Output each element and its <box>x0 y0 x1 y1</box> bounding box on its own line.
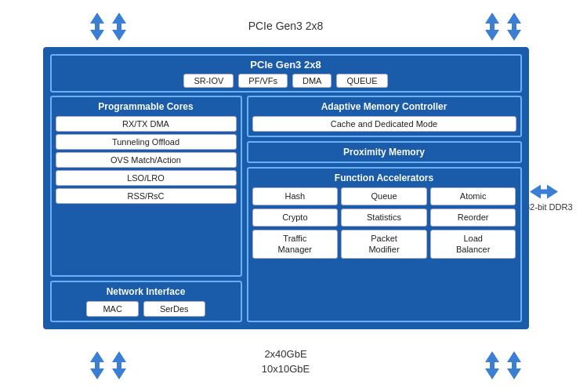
up-down-arrow-2 <box>112 13 126 41</box>
down-up-arrow-3 <box>485 351 499 379</box>
programmable-cores-title: Programmable Cores <box>56 101 237 112</box>
prog-item-2: OVS Match/Action <box>56 152 237 168</box>
up-down-arrow-4 <box>507 13 521 41</box>
svg-marker-19 <box>90 351 104 362</box>
network-interface-box: Network Interface MAC SerDes <box>50 281 242 322</box>
down-up-arrow-4 <box>507 351 521 379</box>
prog-item-3: LSO/LRO <box>56 170 237 186</box>
arrows-bottom-right <box>485 351 521 379</box>
func-atomic: Atomic <box>430 187 516 205</box>
net-items: MAC SerDes <box>56 301 237 317</box>
pcie-top-label: PCIe Gen3 2x8 <box>248 19 324 33</box>
svg-marker-10 <box>485 30 499 41</box>
func-load-balancer: Load Balancer <box>430 230 516 258</box>
up-down-arrow-1 <box>90 13 104 41</box>
function-accelerators-title: Function Accelerators <box>252 172 516 183</box>
svg-rect-11 <box>490 22 495 31</box>
svg-marker-28 <box>507 351 521 362</box>
pcie-pfvfs: PF/VFs <box>238 74 288 88</box>
function-accelerators-box: Function Accelerators Hash Queue Atomic … <box>247 167 522 322</box>
net-serdes: SerDes <box>143 301 205 317</box>
func-crypto: Crypto <box>252 209 339 227</box>
down-up-arrow-2 <box>112 351 126 379</box>
svg-marker-8 <box>485 13 499 24</box>
programmable-cores-box: Programmable Cores RX/TX DMA Tunneling O… <box>50 96 242 277</box>
right-panel: Adaptive Memory Controller Cache and Ded… <box>247 96 522 322</box>
left-right-arrow <box>530 184 558 198</box>
svg-marker-25 <box>485 351 499 362</box>
func-statistics: Statistics <box>341 209 427 227</box>
pcie-items: SR-IOV PF/VFs DMA QUEUE <box>56 74 516 88</box>
pcie-sriov: SR-IOV <box>183 74 234 88</box>
svg-marker-22 <box>112 351 126 362</box>
amc-cache-item: Cache and Dedicated Mode <box>252 116 516 132</box>
network-interface-title: Network Interface <box>56 286 237 297</box>
svg-marker-24 <box>112 368 126 379</box>
prog-item-0: RX/TX DMA <box>56 116 237 132</box>
func-reorder: Reorder <box>430 209 516 227</box>
amc-title: Adaptive Memory Controller <box>252 101 516 112</box>
pcie-dma: DMA <box>292 74 332 88</box>
svg-marker-6 <box>112 30 126 41</box>
proximity-memory-box: Proximity Memory <box>247 141 522 163</box>
prog-item-1: Tunneling Offload <box>56 134 237 150</box>
svg-marker-4 <box>112 13 126 24</box>
svg-marker-16 <box>530 184 541 198</box>
svg-marker-30 <box>507 368 521 379</box>
svg-rect-3 <box>95 22 100 31</box>
pcie-bar: PCIe Gen3 2x8 SR-IOV PF/VFs DMA QUEUE <box>50 54 522 93</box>
main-box: PCIe Gen3 2x8 SR-IOV PF/VFs DMA QUEUE Pr… <box>43 47 529 329</box>
bottom-arrows-row: 2x40GbE 10x10GbE <box>43 351 529 379</box>
arrows-top-right <box>485 13 521 41</box>
func-hash: Hash <box>252 187 339 205</box>
arrows-top-left <box>90 13 126 41</box>
svg-marker-27 <box>485 368 499 379</box>
svg-marker-21 <box>90 368 104 379</box>
arrows-bottom-left <box>90 351 126 379</box>
svg-rect-15 <box>512 22 516 31</box>
func-traffic-manager: Traffic Manager <box>252 230 339 258</box>
up-down-arrow-3 <box>485 13 499 41</box>
pcie-bar-title: PCIe Gen3 2x8 <box>56 59 516 71</box>
pcie-queue: QUEUE <box>336 74 387 88</box>
svg-rect-7 <box>117 22 121 31</box>
svg-marker-2 <box>90 30 104 41</box>
left-panel: Programmable Cores RX/TX DMA Tunneling O… <box>50 96 242 322</box>
prog-item-4: RSS/RsC <box>56 188 237 204</box>
diagram-wrapper: PCIe Gen3 2x8 2x32-bit DDR3 <box>12 8 576 384</box>
net-mac: MAC <box>86 301 138 317</box>
svg-marker-14 <box>507 30 521 41</box>
func-queue: Queue <box>341 187 427 205</box>
content-area: Programmable Cores RX/TX DMA Tunneling O… <box>50 96 522 322</box>
bottom-label: 2x40GbE 10x10GbE <box>262 347 310 376</box>
svg-marker-0 <box>90 13 104 24</box>
svg-marker-18 <box>547 184 558 198</box>
func-grid: Hash Queue Atomic Crypto Statistics Reor… <box>252 187 516 259</box>
func-packet-modifier: Packet Modifier <box>341 230 427 258</box>
proximity-memory-title: Proximity Memory <box>252 147 516 158</box>
down-up-arrow-1 <box>90 351 104 379</box>
amc-box: Adaptive Memory Controller Cache and Ded… <box>247 96 522 137</box>
svg-marker-12 <box>507 13 521 24</box>
